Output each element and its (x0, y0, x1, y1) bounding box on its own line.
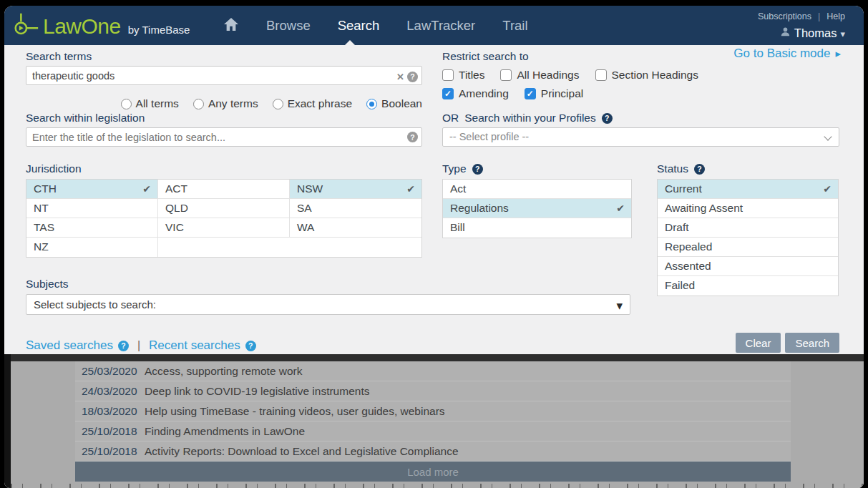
recent-searches-link[interactable]: Recent searches (149, 338, 256, 353)
jurisdiction-nz[interactable]: NZ (26, 238, 158, 257)
search-button[interactable]: Search (785, 333, 839, 353)
subjects-dropdown[interactable]: Select subjects to search: (26, 294, 630, 315)
profile-select[interactable]: -- Select profile -- (442, 127, 839, 147)
nav-trail[interactable]: Trail (502, 18, 527, 34)
type-label: Type (442, 162, 467, 175)
user-name: Thomas (794, 26, 837, 40)
check-icon (406, 180, 415, 198)
help-icon[interactable] (694, 164, 705, 175)
subscriptions-link[interactable]: Subscriptions (758, 11, 811, 21)
radio-icon (193, 99, 204, 109)
cell-label: Current (665, 182, 702, 195)
radio-label: Boolean (381, 97, 422, 110)
cell-label: NT (34, 202, 49, 214)
left-edge-shadow (4, 354, 11, 488)
cell-label: NSW (297, 182, 323, 195)
news-date: 25/03/2020 (82, 365, 145, 378)
cell-label: Regulations (450, 202, 509, 214)
help-icon[interactable] (118, 341, 129, 351)
searches-links-row: Saved searches | Recent searches (26, 338, 256, 353)
restrict-row-2: Amending Principal (442, 87, 583, 100)
help-icon[interactable] (407, 132, 418, 142)
news-item[interactable]: 18/03/2020 Help using TimeBase - trainin… (75, 401, 791, 421)
jurisdiction-vic[interactable]: VIC (158, 218, 290, 238)
radio-exact-phrase[interactable]: Exact phrase (273, 97, 352, 110)
jurisdiction-nsw[interactable]: NSW (290, 180, 421, 199)
checkbox-label: Section Headings (612, 69, 699, 82)
help-icon[interactable] (245, 341, 256, 351)
profiles-prefix: OR (442, 112, 459, 125)
nav-browse[interactable]: Browse (266, 18, 311, 34)
nav-search[interactable]: Search (338, 18, 380, 34)
status-assented[interactable]: Assented (658, 257, 838, 276)
status-failed[interactable]: Failed (658, 276, 838, 296)
user-menu[interactable]: Thomas (780, 26, 845, 40)
restrict-row-1: Titles All Headings Section Headings (442, 69, 698, 82)
person-icon (780, 26, 791, 40)
jurisdiction-cth[interactable]: CTH (26, 180, 158, 199)
form-buttons: Clear Search (736, 333, 839, 353)
jurisdiction-wa[interactable]: WA (290, 218, 421, 238)
jurisdiction-tas[interactable]: TAS (26, 218, 158, 238)
chevron-down-icon (840, 26, 845, 40)
news-item[interactable]: 24/03/2020 Deep link to COVID-19 legisla… (75, 381, 791, 401)
cell-label: Bill (450, 221, 465, 233)
type-regulations[interactable]: Regulations (443, 199, 631, 218)
clear-terms-icon[interactable] (396, 70, 404, 83)
dimmed-background: 25/03/2020 Access, supporting remote wor… (4, 354, 864, 488)
help-link[interactable]: Help (826, 11, 845, 21)
help-icon[interactable] (407, 72, 418, 82)
top-navbar: LawOne by TimeBase Browse Search LawTrac… (4, 6, 864, 45)
jurisdiction-sa[interactable]: SA (290, 199, 421, 218)
news-date: 18/03/2020 (82, 405, 145, 418)
checkbox-section-headings[interactable]: Section Headings (595, 69, 699, 82)
basic-mode-link[interactable]: Go to Basic mode (733, 47, 841, 61)
help-icon[interactable] (472, 164, 483, 175)
checkbox-principal[interactable]: Principal (525, 87, 583, 100)
checkbox-amending[interactable]: Amending (442, 87, 509, 100)
status-draft[interactable]: Draft (658, 218, 838, 238)
news-item[interactable]: 25/03/2020 Access, supporting remote wor… (75, 361, 791, 381)
help-icon[interactable] (602, 113, 613, 124)
recent-searches-label: Recent searches (149, 338, 240, 353)
news-title: Finding Amendments in LawOne (145, 425, 305, 438)
radio-boolean[interactable]: Boolean (366, 97, 422, 110)
chevron-down-icon (824, 132, 832, 140)
radio-all-terms[interactable]: All terms (121, 97, 179, 110)
checkbox-checked-icon (442, 88, 454, 99)
brand-logo[interactable]: LawOne by TimeBase (14, 11, 190, 42)
search-terms-input[interactable] (26, 66, 422, 85)
profile-select-value: -- Select profile -- (449, 131, 529, 142)
checkbox-label: Amending (459, 87, 509, 100)
news-title: Activity Reports: Download to Excel and … (145, 445, 459, 458)
news-title: Access, supporting remote work (145, 365, 303, 378)
news-item[interactable]: 25/10/2018 Finding Amendments in LawOne (75, 421, 791, 441)
radio-any-terms[interactable]: Any terms (193, 97, 258, 110)
status-awaiting-assent[interactable]: Awaiting Assent (658, 199, 838, 218)
checkbox-all-headings[interactable]: All Headings (500, 69, 579, 82)
within-legislation-input[interactable] (26, 127, 422, 147)
checkbox-label: Principal (541, 87, 583, 100)
news-date: 25/10/2018 (82, 425, 145, 438)
status-label: Status (657, 162, 688, 175)
checkbox-titles[interactable]: Titles (442, 69, 484, 82)
news-date: 24/03/2020 (82, 385, 145, 398)
clipped-text-row (11, 484, 864, 488)
status-current[interactable]: Current (658, 180, 838, 199)
news-item[interactable]: 25/10/2018 Activity Reports: Download to… (75, 441, 791, 462)
status-repealed[interactable]: Repealed (658, 238, 838, 257)
radio-label: Exact phrase (288, 97, 352, 110)
home-icon[interactable] (223, 17, 239, 34)
clear-button[interactable]: Clear (736, 333, 781, 353)
type-bill[interactable]: Bill (443, 218, 631, 238)
type-act[interactable]: Act (443, 180, 631, 199)
restrict-label: Restrict search to (442, 50, 529, 63)
jurisdiction-qld[interactable]: QLD (158, 199, 290, 218)
saved-searches-link[interactable]: Saved searches (26, 338, 129, 353)
jurisdiction-nt[interactable]: NT (26, 199, 158, 218)
load-more-button[interactable]: Load more (75, 462, 791, 482)
jurisdiction-act[interactable]: ACT (158, 180, 290, 199)
profiles-label: Search within your Profiles (464, 112, 596, 125)
jurisdiction-grid: CTH ACT NSW NT QLD SA TAS VIC WA NZ (26, 179, 422, 258)
nav-lawtracker[interactable]: LawTracker (406, 18, 475, 34)
